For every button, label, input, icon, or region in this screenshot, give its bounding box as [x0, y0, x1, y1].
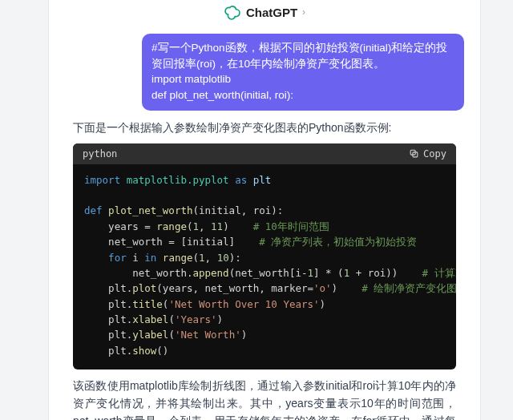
user-message-bubble: #写一个Python函数，根据不同的初始投资(initial)和给定的投资回报率… — [142, 34, 464, 111]
copy-icon — [409, 148, 419, 159]
model-header[interactable]: ChatGPT › — [49, 0, 480, 27]
assistant-intro-text: 下面是一个根据输入参数绘制净资产变化图表的Python函数示例: — [73, 119, 456, 136]
code-block: python Copy import matplotlib.pyplot as … — [73, 143, 456, 370]
user-message-line: #写一个Python函数，根据不同的初始投资(initial)和给定的投资回报率… — [151, 40, 454, 71]
chat-container: ChatGPT › #写一个Python函数，根据不同的初始投资(initial… — [48, 0, 481, 420]
chevron-right-icon: › — [302, 6, 305, 18]
chatgpt-logo-icon — [224, 3, 241, 21]
copy-button[interactable]: Copy — [409, 148, 446, 160]
code-content[interactable]: import matplotlib.pyplot as plt def plot… — [73, 164, 456, 370]
code-block-header: python Copy — [73, 143, 456, 164]
copy-label: Copy — [423, 148, 446, 160]
user-message-line: import matplotlib — [151, 71, 454, 87]
model-title: ChatGPT — [246, 6, 297, 19]
assistant-explanation: 该函数使用matplotlib库绘制折线图，通过输入参数initial和roi计… — [73, 378, 456, 420]
user-message-line: def plot_net_worth(initial, roi): — [151, 87, 454, 103]
code-language-label: python — [83, 148, 117, 160]
